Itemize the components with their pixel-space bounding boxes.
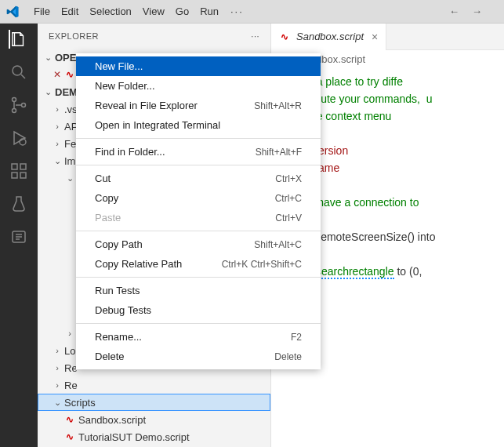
close-icon[interactable]: ✕ — [53, 69, 61, 80]
ctx-rename[interactable]: Rename...F2 — [76, 327, 321, 347]
activity-bar — [0, 24, 38, 447]
nav-forward-icon[interactable]: → — [472, 5, 482, 17]
menu-go[interactable]: Go — [170, 5, 194, 17]
menu-view[interactable]: View — [137, 5, 170, 17]
testing-icon[interactable] — [9, 194, 28, 213]
svg-rect-5 — [12, 164, 17, 169]
menu-overflow[interactable]: ··· — [224, 5, 250, 17]
tree-file-tutorial[interactable]: ∿TutorialSUT Demo.script — [38, 428, 270, 445]
vscode-icon — [6, 5, 19, 18]
svg-point-1 — [13, 98, 16, 102]
svg-point-0 — [13, 66, 22, 75]
menu-selection[interactable]: Selection — [84, 5, 136, 17]
menu-edit[interactable]: Edit — [56, 5, 84, 17]
script-icon: ∿ — [66, 69, 74, 80]
explorer-more-icon[interactable]: ··· — [251, 31, 259, 41]
script-icon: ∿ — [66, 431, 74, 442]
ctx-new-folder[interactable]: New Folder... — [76, 76, 321, 96]
search-icon[interactable] — [9, 63, 28, 82]
svg-rect-8 — [20, 164, 26, 169]
separator — [76, 231, 321, 231]
ctx-debug-tests[interactable]: Debug Tests — [76, 300, 321, 320]
svg-rect-6 — [12, 173, 17, 178]
menu-file[interactable]: File — [28, 5, 56, 17]
ctx-find[interactable]: Find in Folder...Shift+Alt+F — [76, 142, 321, 162]
close-tab-icon[interactable]: × — [372, 31, 378, 43]
ctx-new-file[interactable]: New File... — [76, 56, 321, 76]
ctx-terminal[interactable]: Open in Integrated Terminal — [76, 115, 321, 135]
ctx-copy[interactable]: CopyCtrl+C — [76, 188, 321, 208]
tree-folder[interactable]: ›Re — [38, 376, 270, 394]
nav-back-icon[interactable]: ← — [449, 5, 459, 17]
explorer-title: EXPLORER — [49, 31, 99, 41]
svg-rect-7 — [20, 173, 26, 178]
separator — [76, 138, 321, 139]
title-bar: File Edit Selection View Go Run ··· ← → — [0, 0, 504, 24]
svg-point-2 — [13, 109, 16, 113]
references-icon[interactable] — [9, 227, 28, 246]
ctx-cut[interactable]: CutCtrl+X — [76, 169, 321, 188]
script-icon: ∿ — [66, 414, 74, 425]
menu-run[interactable]: Run — [194, 5, 224, 17]
tab-bar: ∿ Sandbox.script × — [271, 24, 504, 50]
ctx-delete[interactable]: DeleteDelete — [76, 347, 321, 366]
extensions-icon[interactable] — [9, 162, 28, 180]
separator — [76, 165, 321, 165]
separator — [76, 323, 321, 324]
ctx-paste: PasteCtrl+V — [76, 208, 321, 227]
ctx-reveal[interactable]: Reveal in File ExplorerShift+Alt+R — [76, 96, 321, 115]
tab-label: Sandbox.script — [296, 31, 364, 42]
run-debug-icon[interactable] — [9, 129, 28, 147]
ctx-copy-rel-path[interactable]: Copy Relative PathCtrl+K Ctrl+Shift+C — [76, 254, 321, 274]
separator — [76, 277, 321, 278]
tree-file-sandbox[interactable]: ∿Sandbox.script — [38, 411, 270, 428]
explorer-icon[interactable] — [9, 30, 27, 49]
svg-point-3 — [22, 104, 26, 107]
source-control-icon[interactable] — [9, 96, 28, 114]
script-icon: ∿ — [281, 31, 288, 42]
tree-folder-scripts[interactable]: ⌄Scripts — [38, 394, 270, 411]
context-menu: New File... New Folder... Reveal in File… — [76, 53, 321, 369]
tab-sandbox[interactable]: ∿ Sandbox.script × — [271, 24, 386, 50]
ctx-copy-path[interactable]: Copy PathShift+Alt+C — [76, 234, 321, 254]
ctx-run-tests[interactable]: Run Tests — [76, 281, 321, 300]
